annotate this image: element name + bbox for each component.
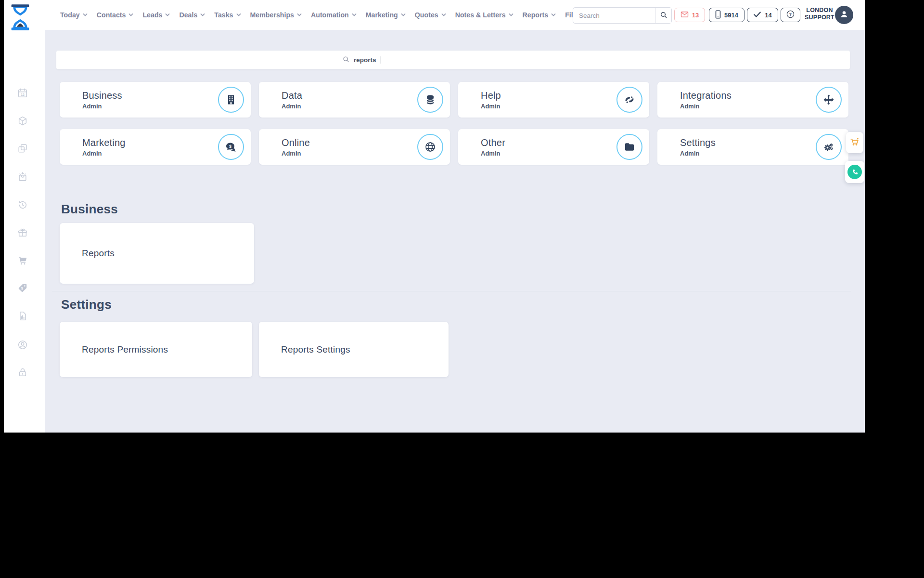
category-card-other[interactable]: Other Admin	[458, 129, 649, 165]
result-card-label: Reports Settings	[281, 344, 350, 355]
sidebar-bag-arrow-down-icon[interactable]	[17, 171, 28, 182]
cart-float-button[interactable]	[846, 132, 863, 153]
sidebar-price-tag-icon[interactable]: $	[17, 283, 28, 293]
check-icon	[753, 11, 761, 19]
help-badge[interactable]: ?	[781, 8, 800, 22]
nav-item-notes-letters[interactable]: Notes & Letters	[455, 11, 513, 19]
svg-text:$: $	[229, 144, 231, 149]
chevron-down-icon	[236, 11, 241, 19]
chevron-down-icon	[509, 11, 513, 19]
messages-badge[interactable]: 13	[674, 8, 705, 22]
nav-item-label: Quotes	[415, 11, 438, 19]
folder-icon	[616, 134, 642, 160]
result-card-reports[interactable]: Reports	[60, 223, 254, 284]
category-card-data[interactable]: Data Admin	[259, 82, 450, 118]
account-name-line1: LONDON	[804, 7, 835, 14]
app-logo-hourglass-icon[interactable]	[10, 4, 31, 27]
hands-helping-icon	[616, 87, 642, 113]
chevron-down-icon	[551, 11, 556, 19]
nav-item-label: Marketing	[366, 11, 398, 19]
shopping-cart-icon	[849, 136, 860, 149]
svg-text:?: ?	[789, 12, 792, 17]
sidebar-shopping-cart-icon[interactable]	[17, 255, 28, 266]
svg-text:12: 12	[21, 93, 25, 96]
text-cursor	[381, 56, 381, 64]
nav-item-tasks[interactable]: Tasks	[214, 11, 241, 19]
person-icon	[839, 9, 849, 21]
result-card-reports-settings[interactable]: Reports Settings	[259, 322, 449, 377]
nav-item-contacts[interactable]: Contacts	[97, 11, 134, 19]
chevron-down-icon	[128, 11, 133, 19]
nav-item-reports[interactable]: Reports	[523, 11, 556, 19]
header-search	[573, 7, 672, 24]
sidebar-gift-icon[interactable]	[17, 227, 28, 238]
account-name: LONDON SUPPORT	[804, 7, 835, 21]
nav-item-today[interactable]: Today	[60, 11, 88, 19]
sidebar-cube-icon[interactable]	[17, 116, 28, 126]
result-card-label: Reports Permissions	[82, 344, 168, 355]
top-header: TodayContactsLeadsDealsTasksMembershipsA…	[4, 0, 865, 30]
globe-icon	[417, 134, 443, 160]
nav-item-automation[interactable]: Automation	[311, 11, 357, 19]
user-avatar[interactable]	[835, 6, 853, 24]
nav-item-label: Reports	[523, 11, 549, 19]
nav-item-label: Automation	[311, 11, 349, 19]
header-search-input[interactable]	[573, 8, 655, 23]
category-card-settings[interactable]: Settings Admin	[657, 129, 848, 165]
nav-item-deals[interactable]: Deals	[179, 11, 205, 19]
svg-text:$: $	[21, 287, 23, 290]
sidebar-bar-chart-icon[interactable]	[17, 311, 28, 321]
sidebar-history-clock-icon[interactable]	[17, 199, 28, 210]
chevron-down-icon	[401, 11, 406, 19]
result-card-label: Reports	[82, 248, 115, 259]
chevron-down-icon	[441, 11, 446, 19]
section-divider	[52, 291, 851, 291]
nav-item-label: Memberships	[250, 11, 294, 19]
nav-item-leads[interactable]: Leads	[142, 11, 170, 19]
section-heading-business: Business	[61, 202, 118, 217]
account-name-line2: SUPPORT	[804, 14, 835, 21]
search-icon	[343, 56, 349, 65]
sidebar-padlock-icon[interactable]	[17, 367, 28, 378]
icon-sidebar: 12$	[4, 30, 45, 433]
category-card-online[interactable]: Online Admin	[259, 129, 450, 165]
sidebar-calendar-12-icon[interactable]: 12	[17, 88, 28, 98]
main-nav: TodayContactsLeadsDealsTasksMembershipsA…	[60, 0, 580, 30]
module-search-bar[interactable]: reports	[56, 51, 850, 69]
category-card-business[interactable]: Business Admin	[60, 82, 251, 118]
calls-badge[interactable]: 5914	[709, 8, 744, 22]
chevron-down-icon	[200, 11, 205, 19]
envelope-icon	[680, 11, 689, 19]
category-card-help[interactable]: Help Admin	[458, 82, 649, 118]
nav-item-quotes[interactable]: Quotes	[415, 11, 446, 19]
database-icon	[417, 87, 443, 113]
nav-item-label: Contacts	[97, 11, 126, 19]
whatsapp-phone-icon	[847, 165, 862, 179]
building-icon	[218, 87, 244, 113]
section-heading-settings: Settings	[61, 297, 112, 312]
tasks-badge[interactable]: 14	[747, 8, 778, 22]
chevron-down-icon	[165, 11, 170, 19]
tasks-count: 14	[765, 12, 771, 19]
arrows-move-icon	[816, 87, 842, 113]
nav-item-marketing[interactable]: Marketing	[366, 11, 406, 19]
nav-item-label: Notes & Letters	[455, 11, 506, 19]
whatsapp-float-button[interactable]	[845, 161, 864, 183]
gears-icon	[816, 134, 842, 160]
module-search-value: reports	[354, 56, 376, 64]
messages-count: 13	[692, 12, 699, 19]
nav-item-label: Leads	[142, 11, 162, 19]
question-icon: ?	[786, 10, 795, 20]
comment-dollar-icon: $	[218, 134, 244, 160]
nav-item-memberships[interactable]: Memberships	[250, 11, 302, 19]
calls-count: 5914	[724, 12, 738, 19]
sidebar-person-circle-icon[interactable]	[17, 340, 28, 350]
category-card-integrations[interactable]: Integrations Admin	[657, 82, 848, 118]
chevron-down-icon	[352, 11, 357, 19]
category-card-marketing[interactable]: Marketing Admin $	[60, 129, 251, 165]
result-card-reports-permissions[interactable]: Reports Permissions	[60, 322, 252, 377]
mobile-phone-icon	[715, 10, 721, 20]
header-search-button[interactable]	[655, 8, 671, 23]
nav-item-label: Deals	[179, 11, 197, 19]
sidebar-copy-icon[interactable]	[17, 143, 28, 154]
